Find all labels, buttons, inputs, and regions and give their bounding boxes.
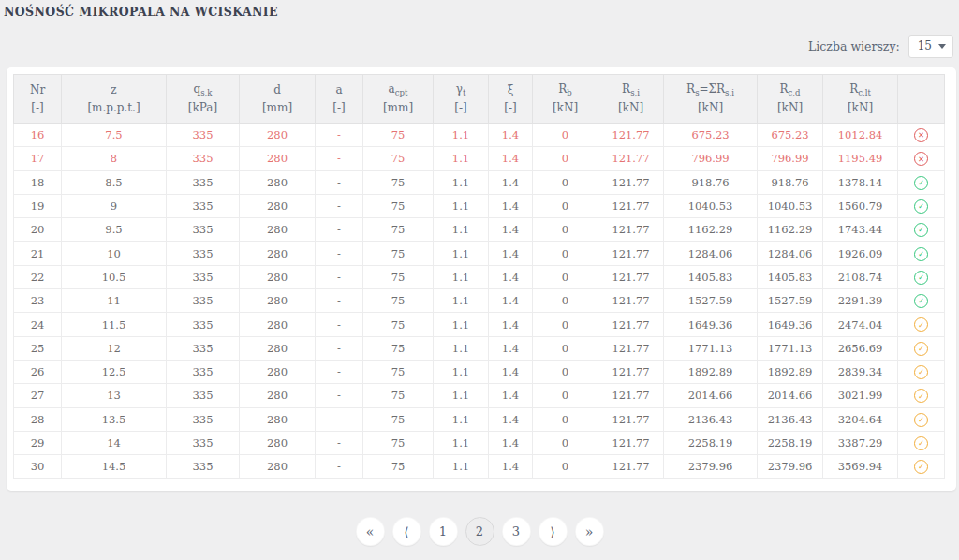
cell-qsk: 335 (167, 313, 240, 336)
cell-gt: 1.1 (434, 218, 489, 242)
cell-z: 11 (62, 289, 167, 313)
cell-nr: 25 (14, 336, 62, 360)
prev-page-button[interactable]: ⟨ (392, 517, 421, 546)
cell-z: 9.5 (62, 218, 167, 242)
page-number-label: 1 (439, 524, 447, 538)
cell-qsk: 335 (167, 218, 240, 242)
last-page-icon: » (585, 524, 594, 539)
cell-gt: 1.1 (434, 360, 489, 383)
cell-acpt: 75 (363, 336, 434, 360)
cell-rs: 675.23 (664, 124, 758, 147)
cell-status: ✕ (898, 124, 945, 147)
last-page-button[interactable]: » (575, 517, 604, 546)
check-circle-green-icon: ✓ (914, 247, 928, 261)
col-header-nr: Nr[-] (14, 75, 62, 124)
cell-rb: 0 (533, 336, 598, 360)
cell-rcd: 1892.89 (758, 360, 823, 383)
cell-xi: 1.4 (489, 194, 533, 217)
cell-rsi: 121.77 (598, 407, 664, 431)
table-header-row: Nr[-]z[m.p.p.t.]qs,k[kPa]d[mm]a[-]acpt[m… (14, 75, 945, 124)
cell-xi: 1.4 (489, 124, 533, 147)
col-header-rcd: Rc,d[kN] (758, 75, 823, 124)
col-header-rsi: Rs,i[kN] (598, 75, 664, 124)
cell-status: ✓ (898, 313, 945, 336)
table-row: 167.5335280-751.11.40121.77675.23675.231… (14, 124, 945, 147)
cell-nr: 21 (14, 242, 62, 265)
page-1-button[interactable]: 1 (429, 517, 458, 546)
cell-qsk: 335 (167, 147, 240, 170)
cell-gt: 1.1 (434, 336, 489, 360)
cell-rclt: 1012.84 (823, 124, 898, 147)
table-row: 2914335280-751.11.40121.772258.192258.19… (14, 431, 945, 454)
col-header-rs: Rs=ΣRs,i[kN] (664, 75, 758, 124)
cell-xi: 1.4 (489, 407, 533, 431)
col-header-z: z[m.p.p.t.] (62, 75, 167, 124)
col-header-rb: Rb[kN] (533, 75, 598, 124)
cell-acpt: 75 (363, 384, 434, 407)
cell-rb: 0 (533, 124, 598, 147)
cell-qsk: 335 (167, 124, 240, 147)
cell-rcd: 1162.29 (758, 218, 823, 242)
cell-d: 280 (240, 384, 316, 407)
cell-rs: 2258.19 (664, 431, 758, 454)
cell-gt: 1.1 (434, 242, 489, 265)
cell-acpt: 75 (363, 431, 434, 454)
page-2-button[interactable]: 2 (465, 517, 494, 546)
cell-rb: 0 (533, 384, 598, 407)
cell-rcd: 1284.06 (758, 242, 823, 265)
cell-d: 280 (240, 289, 316, 313)
rows-per-page-select[interactable]: 15 (908, 35, 953, 58)
cell-rsi: 121.77 (598, 265, 664, 288)
cell-d: 280 (240, 360, 316, 383)
check-circle-green-icon: ✓ (914, 294, 928, 308)
table-row: 188.5335280-751.11.40121.77918.76918.761… (14, 170, 945, 194)
cell-rs: 1771.13 (664, 336, 758, 360)
cell-z: 12.5 (62, 360, 167, 383)
pagination: «⟨123⟩» (0, 517, 959, 546)
cell-rsi: 121.77 (598, 147, 664, 170)
page-3-button[interactable]: 3 (502, 517, 531, 546)
cell-status: ✓ (898, 384, 945, 407)
cell-gt: 1.1 (434, 407, 489, 431)
cell-d: 280 (240, 170, 316, 194)
table-row: 2813.5335280-751.11.40121.772136.432136.… (14, 407, 945, 431)
page-title: NOŚNOŚĆ MIKROPALA NA WCISKANIE (4, 5, 950, 19)
cell-status: ✕ (898, 147, 945, 170)
page-number-label: 2 (476, 524, 483, 538)
cell-d: 280 (240, 313, 316, 336)
cell-rsi: 121.77 (598, 194, 664, 217)
results-table: Nr[-]z[m.p.p.t.]qs,k[kPa]d[mm]a[-]acpt[m… (13, 74, 945, 479)
cell-rcd: 918.76 (758, 170, 823, 194)
table-row: 2210.5335280-751.11.40121.771405.831405.… (14, 265, 945, 288)
cell-rclt: 2839.34 (823, 360, 898, 383)
cell-z: 11.5 (62, 313, 167, 336)
cell-rs: 2379.96 (664, 455, 758, 479)
cell-a: - (316, 194, 363, 217)
cell-rclt: 2291.39 (823, 289, 898, 313)
cell-rb: 0 (533, 194, 598, 217)
col-header-acpt: acpt[mm] (363, 75, 434, 124)
cell-rclt: 2108.74 (823, 265, 898, 288)
table-row: 2311335280-751.11.40121.771527.591527.59… (14, 289, 945, 313)
cell-d: 280 (240, 194, 316, 217)
cell-gt: 1.1 (434, 313, 489, 336)
cell-a: - (316, 336, 363, 360)
cell-a: - (316, 407, 363, 431)
cell-a: - (316, 289, 363, 313)
cell-qsk: 335 (167, 384, 240, 407)
cell-nr: 19 (14, 194, 62, 217)
next-page-button[interactable]: ⟩ (539, 517, 568, 546)
cell-xi: 1.4 (489, 265, 533, 288)
cell-xi: 1.4 (489, 218, 533, 242)
cell-z: 13 (62, 384, 167, 407)
cell-rsi: 121.77 (598, 218, 664, 242)
caret-down-icon (938, 44, 946, 49)
cell-a: - (316, 242, 363, 265)
cell-rclt: 3021.99 (823, 384, 898, 407)
cell-rcd: 1649.36 (758, 313, 823, 336)
first-page-button[interactable]: « (356, 517, 385, 546)
cell-d: 280 (240, 407, 316, 431)
cell-nr: 17 (14, 147, 62, 170)
cell-rs: 1162.29 (664, 218, 758, 242)
cell-rsi: 121.77 (598, 360, 664, 383)
